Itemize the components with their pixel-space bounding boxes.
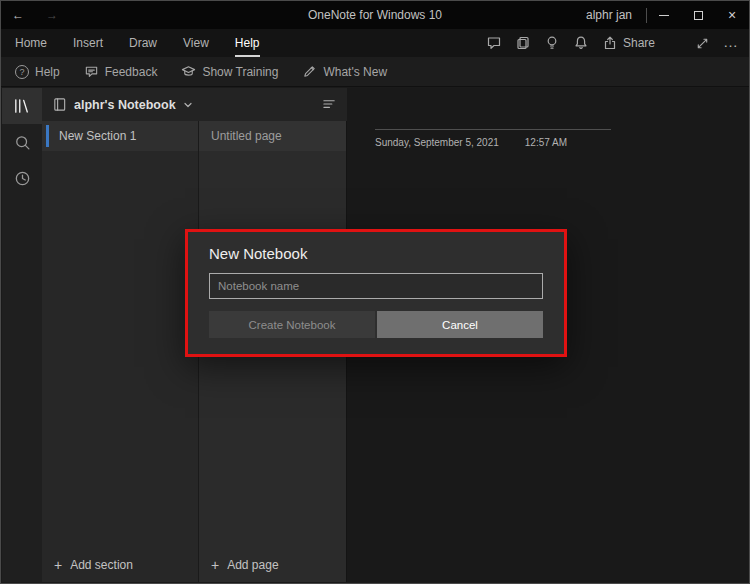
pages-icon: [515, 35, 531, 51]
ellipsis-icon: …: [723, 33, 739, 54]
quick-actions: Share …: [486, 29, 749, 57]
tab-home[interactable]: Home: [15, 29, 47, 57]
back-button[interactable]: ←: [1, 1, 35, 29]
notebook-switcher[interactable]: alphr's Notebook: [74, 98, 176, 112]
notebooks-rail-button[interactable]: [2, 88, 42, 124]
minimize-icon: [659, 15, 669, 16]
tab-view[interactable]: View: [183, 29, 209, 57]
titlebar: ← → OneNote for Windows 10 alphr jan ×: [1, 1, 749, 29]
bell-icon: [573, 35, 589, 51]
section-color-bar: [46, 125, 49, 147]
tab-insert[interactable]: Insert: [73, 29, 103, 57]
arrow-left-icon: ←: [12, 8, 24, 22]
tips-button[interactable]: [544, 35, 560, 51]
graduation-cap-icon: [181, 64, 196, 79]
speech-bubble-icon: [84, 64, 99, 79]
more-button[interactable]: …: [723, 33, 739, 54]
show-training-label: Show Training: [202, 65, 278, 79]
fullscreen-button[interactable]: [695, 36, 710, 51]
share-button[interactable]: Share: [602, 35, 655, 51]
minimize-button[interactable]: [647, 1, 681, 29]
app-rail: [2, 88, 42, 582]
section-item[interactable]: New Section 1: [42, 121, 198, 151]
chevron-down-icon[interactable]: [183, 100, 193, 110]
whats-new-button[interactable]: What's New: [302, 64, 387, 79]
add-page-label: Add page: [227, 558, 278, 572]
page-label: Untitled page: [211, 129, 282, 143]
pencil-icon: [302, 64, 317, 79]
ribbon-commands: ? Help Feedback Show Training What's New: [1, 57, 749, 87]
search-icon: [14, 134, 31, 151]
help-label: Help: [35, 65, 60, 79]
plus-icon: +: [211, 558, 219, 572]
ribbon-tabs: Home Insert Draw View Help Share: [1, 29, 749, 57]
create-notebook-button[interactable]: Create Notebook: [209, 311, 375, 338]
arrow-right-icon: →: [46, 8, 58, 22]
close-button[interactable]: ×: [715, 1, 749, 29]
pages-button[interactable]: [515, 35, 531, 51]
sections-panel: New Section 1 + Add section: [42, 121, 199, 582]
show-training-button[interactable]: Show Training: [181, 64, 278, 79]
question-icon: ?: [15, 65, 29, 79]
tab-help[interactable]: Help: [235, 29, 260, 57]
account-button[interactable]: alphr jan: [586, 8, 632, 22]
sort-icon[interactable]: [322, 97, 337, 112]
close-icon: ×: [728, 8, 736, 22]
notifications-button[interactable]: [573, 35, 589, 51]
sections-list: New Section 1: [42, 121, 198, 548]
page-header-rule: Sunday, September 5, 2021 12:57 AM: [375, 129, 611, 148]
maximize-icon: [694, 11, 703, 20]
search-rail-button[interactable]: [2, 124, 42, 160]
lightbulb-icon: [544, 35, 560, 51]
new-notebook-dialog: New Notebook Create Notebook Cancel: [185, 229, 567, 357]
add-section-button[interactable]: + Add section: [42, 548, 198, 582]
page-date: Sunday, September 5, 2021: [375, 137, 499, 148]
recent-rail-button[interactable]: [2, 160, 42, 196]
maximize-button[interactable]: [681, 1, 715, 29]
help-button[interactable]: ? Help: [15, 65, 60, 79]
feedback-button[interactable]: Feedback: [84, 64, 158, 79]
notebook-icon: [52, 97, 67, 112]
feedback-label: Feedback: [105, 65, 158, 79]
share-icon: [602, 35, 618, 51]
library-icon: [13, 97, 31, 115]
cancel-button[interactable]: Cancel: [377, 311, 543, 338]
chat-icon: [486, 35, 502, 51]
add-page-button[interactable]: + Add page: [199, 548, 346, 582]
notebook-name-input[interactable]: [209, 273, 543, 299]
dialog-title: New Notebook: [209, 245, 543, 262]
whats-new-label: What's New: [323, 65, 387, 79]
forward-button[interactable]: →: [35, 1, 69, 29]
titlebar-right: alphr jan ×: [586, 1, 749, 29]
add-section-label: Add section: [70, 558, 133, 572]
section-label: New Section 1: [59, 129, 136, 143]
question-glyph: ?: [19, 67, 24, 77]
page-item[interactable]: Untitled page: [199, 121, 346, 151]
tab-draw[interactable]: Draw: [129, 29, 157, 57]
clock-icon: [14, 170, 31, 187]
app-window: ← → OneNote for Windows 10 alphr jan × H…: [0, 0, 750, 584]
expand-diagonal-icon: [695, 36, 710, 51]
share-label: Share: [623, 36, 655, 50]
dialog-buttons: Create Notebook Cancel: [209, 311, 543, 338]
feedback-chat-button[interactable]: [486, 35, 502, 51]
page-time: 12:57 AM: [525, 137, 567, 148]
plus-icon: +: [54, 558, 62, 572]
notebook-header: alphr's Notebook: [42, 88, 347, 121]
